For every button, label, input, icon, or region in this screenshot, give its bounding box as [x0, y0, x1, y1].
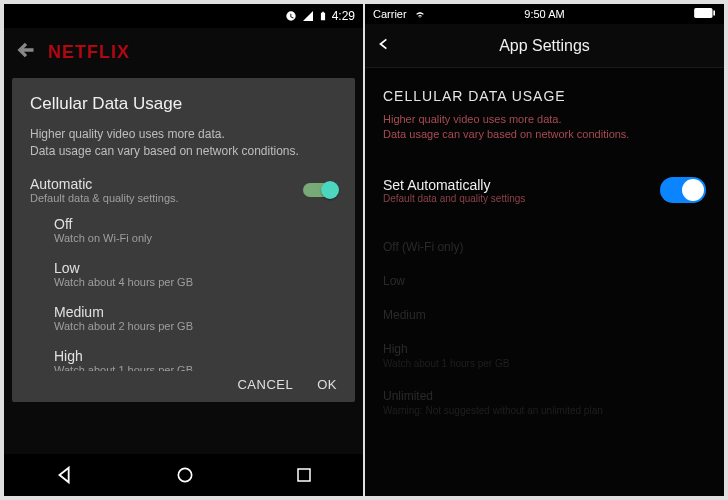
quality-options: Off Watch on Wi-Fi only Low Watch about … — [30, 216, 337, 371]
automatic-row[interactable]: Automatic Default data & quality setting… — [30, 176, 337, 204]
android-status-bar: 4:29 — [4, 4, 363, 28]
android-phone: 4:29 NETFLIX CHA E Cellular Data Usage H… — [4, 4, 363, 496]
option-high[interactable]: High Watch about 1 hours per GB — [54, 348, 337, 371]
ios-option-off[interactable]: Off (Wi-Fi only) — [383, 230, 706, 264]
svg-rect-1 — [298, 469, 310, 481]
automatic-switch[interactable] — [303, 183, 337, 197]
android-body: CHA E Cellular Data Usage Higher quality… — [4, 76, 363, 454]
ios-header: App Settings — [365, 24, 724, 68]
cellular-data-dialog: Cellular Data Usage Higher quality video… — [12, 78, 355, 402]
nav-back-icon[interactable] — [54, 464, 76, 486]
svg-rect-2 — [694, 8, 712, 18]
dialog-title: Cellular Data Usage — [30, 94, 337, 114]
netflix-header: NETFLIX — [4, 28, 363, 76]
signal-icon — [302, 10, 314, 22]
ios-body: CELLULAR DATA USAGE Higher quality video… — [365, 68, 724, 496]
set-automatically-row[interactable]: Set Automatically Default data and quali… — [383, 169, 706, 212]
status-time: 4:29 — [332, 9, 355, 23]
option-medium[interactable]: Medium Watch about 2 hours per GB — [54, 304, 337, 332]
set-auto-switch[interactable] — [660, 177, 706, 203]
section-title: CELLULAR DATA USAGE — [383, 88, 706, 104]
ios-option-medium[interactable]: Medium — [383, 298, 706, 332]
ios-option-high[interactable]: High Watch about 1 hours per GB — [383, 332, 706, 379]
nav-home-icon[interactable] — [175, 465, 195, 485]
back-icon[interactable] — [16, 40, 36, 64]
automatic-sub: Default data & quality settings. — [30, 192, 179, 204]
svg-rect-3 — [713, 11, 715, 16]
page-title: App Settings — [499, 37, 590, 55]
ios-option-low[interactable]: Low — [383, 264, 706, 298]
alarm-icon — [284, 9, 298, 23]
section-info: Higher quality video uses more data. Dat… — [383, 112, 706, 143]
set-auto-sub: Default data and quality settings — [383, 193, 525, 204]
set-auto-label: Set Automatically — [383, 177, 525, 193]
svg-point-0 — [179, 468, 192, 481]
battery-icon — [318, 9, 328, 23]
wifi-icon — [414, 11, 426, 20]
cancel-button[interactable]: CANCEL — [237, 377, 293, 392]
ok-button[interactable]: OK — [317, 377, 337, 392]
dialog-info: Higher quality video uses more data. Dat… — [30, 126, 337, 160]
option-low[interactable]: Low Watch about 4 hours per GB — [54, 260, 337, 288]
back-chevron-icon[interactable] — [365, 34, 403, 58]
option-off[interactable]: Off Watch on Wi-Fi only — [54, 216, 337, 244]
ios-options: Off (Wi-Fi only) Low Medium High Watch a… — [383, 230, 706, 426]
dialog-actions: CANCEL OK — [30, 371, 337, 392]
carrier-label: Carrier — [373, 8, 426, 20]
battery-icon — [694, 8, 716, 20]
ios-option-unlimited[interactable]: Unlimited Warning: Not suggested without… — [383, 379, 706, 426]
nav-recent-icon[interactable] — [295, 466, 313, 484]
status-time: 9:50 AM — [524, 8, 564, 20]
android-nav-bar — [4, 454, 363, 496]
netflix-brand: NETFLIX — [48, 42, 130, 63]
ios-phone: Carrier 9:50 AM App Settings CELLULAR DA… — [365, 4, 724, 496]
ios-status-bar: Carrier 9:50 AM — [365, 4, 724, 24]
automatic-label: Automatic — [30, 176, 179, 192]
